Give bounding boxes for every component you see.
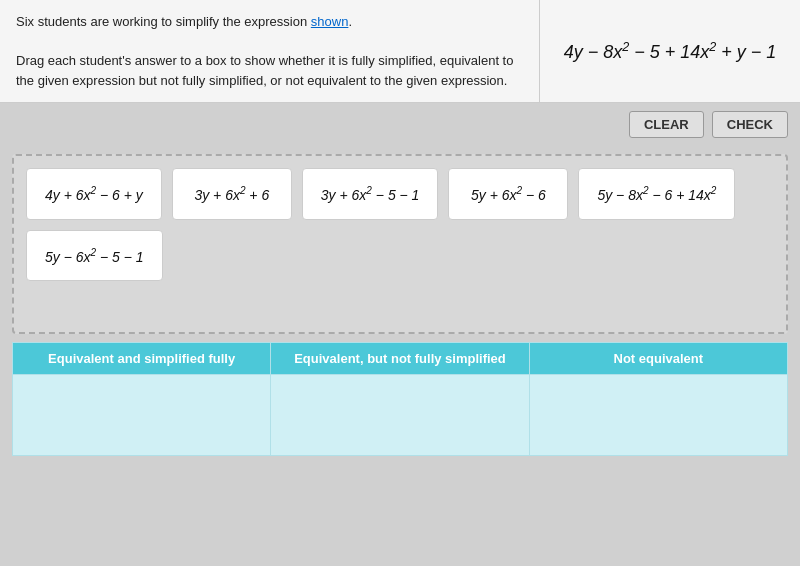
drop-zone-section: Equivalent and simplified fully Equivale…: [12, 342, 788, 456]
drag-card-1[interactable]: 4y + 6x2 − 6 + y: [26, 168, 162, 220]
drag-card-4[interactable]: 5y + 6x2 − 6: [448, 168, 568, 220]
drag-card-2[interactable]: 3y + 6x2 + 6: [172, 168, 292, 220]
instructions-panel: Six students are working to simplify the…: [0, 0, 540, 102]
drag-row-2: 5y − 6x2 − 5 − 1: [26, 230, 774, 282]
drop-column-3-body[interactable]: [530, 375, 787, 455]
drop-column-1-header: Equivalent and simplified fully: [13, 343, 270, 375]
drop-column-2-body[interactable]: [271, 375, 528, 455]
drop-column-3-header: Not equivalent: [530, 343, 787, 375]
clear-button[interactable]: CLEAR: [629, 111, 704, 138]
instructions-line1: Six students are working to simplify the…: [16, 12, 523, 32]
top-section: Six students are working to simplify the…: [0, 0, 800, 103]
expression-panel: 4y − 8x2 − 5 + 14x2 + y − 1: [540, 0, 800, 102]
main-expression: 4y − 8x2 − 5 + 14x2 + y − 1: [564, 40, 777, 63]
instructions-line2: Drag each student's answer to a box to s…: [16, 51, 523, 90]
drop-column-3[interactable]: Not equivalent: [530, 342, 788, 456]
controls-bar: CLEAR CHECK: [0, 103, 800, 146]
drop-column-1-body[interactable]: [13, 375, 270, 455]
drop-column-2[interactable]: Equivalent, but not fully simplified: [271, 342, 529, 456]
drag-card-6[interactable]: 5y − 6x2 − 5 − 1: [26, 230, 163, 282]
drag-card-3[interactable]: 3y + 6x2 − 5 − 1: [302, 168, 439, 220]
drop-column-1[interactable]: Equivalent and simplified fully: [12, 342, 271, 456]
drag-row-1: 4y + 6x2 − 6 + y 3y + 6x2 + 6 3y + 6x2 −…: [26, 168, 774, 220]
drop-column-2-header: Equivalent, but not fully simplified: [271, 343, 528, 375]
drag-card-5[interactable]: 5y − 8x2 − 6 + 14x2: [578, 168, 735, 220]
shown-link[interactable]: shown: [311, 14, 349, 29]
drag-area: 4y + 6x2 − 6 + y 3y + 6x2 + 6 3y + 6x2 −…: [12, 154, 788, 334]
check-button[interactable]: CHECK: [712, 111, 788, 138]
